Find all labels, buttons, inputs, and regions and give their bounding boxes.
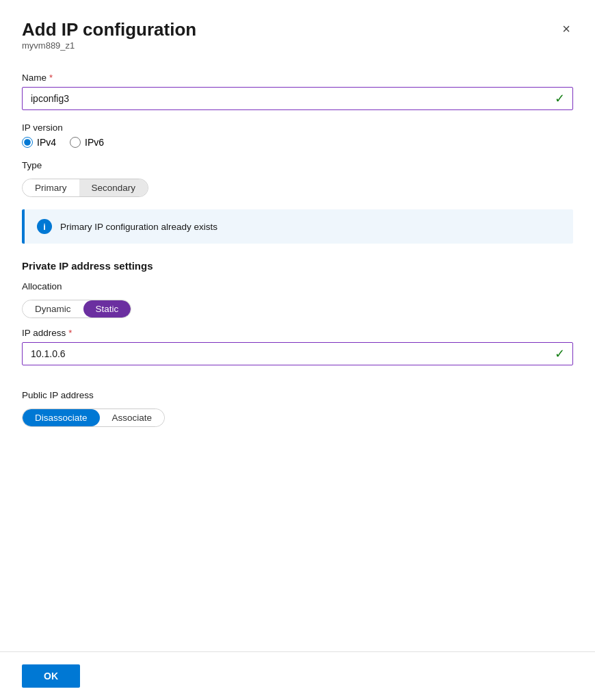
ok-button[interactable]: OK xyxy=(22,664,80,688)
ip-address-input[interactable] xyxy=(22,342,573,365)
title-block: Add IP configuration myvm889_z1 xyxy=(22,19,196,70)
info-icon: i xyxy=(37,219,52,234)
associate-button[interactable]: Associate xyxy=(100,409,165,426)
dialog-header: Add IP configuration myvm889_z1 × xyxy=(22,19,573,70)
primary-type-button[interactable]: Primary xyxy=(23,179,79,196)
info-banner-text: Primary IP configuration already exists xyxy=(60,222,217,232)
ipv6-option[interactable]: IPv6 xyxy=(70,137,104,148)
name-section: Name * ✓ xyxy=(22,73,573,110)
allocation-subsection: Allocation Dynamic Static xyxy=(22,281,573,318)
ipv6-label: IPv6 xyxy=(85,137,104,148)
disassociate-button[interactable]: Disassociate xyxy=(23,409,100,426)
add-ip-config-dialog: Add IP configuration myvm889_z1 × Name *… xyxy=(0,0,595,651)
ip-version-label: IP version xyxy=(22,122,573,133)
type-section: Type Primary Secondary xyxy=(22,160,573,197)
close-button[interactable]: × xyxy=(559,19,573,38)
private-ip-heading: Private IP address settings xyxy=(22,260,573,272)
public-ip-toggle-group: Disassociate Associate xyxy=(22,409,165,427)
name-input-wrapper: ✓ xyxy=(22,87,573,110)
name-check-icon: ✓ xyxy=(555,91,565,106)
ip-address-label: IP address * xyxy=(22,328,573,338)
dialog-title: Add IP configuration xyxy=(22,19,196,40)
public-ip-section: Public IP address Disassociate Associate xyxy=(22,390,573,427)
private-ip-section: Private IP address settings Allocation D… xyxy=(22,260,573,378)
ipv6-radio[interactable] xyxy=(70,137,81,148)
allocation-toggle-group: Dynamic Static xyxy=(22,300,131,318)
ip-address-input-wrapper: ✓ xyxy=(22,342,573,365)
ipv4-option[interactable]: IPv4 xyxy=(22,137,56,148)
ipv4-radio[interactable] xyxy=(22,137,33,148)
dialog-subtitle: myvm889_z1 xyxy=(22,40,196,51)
allocation-label: Allocation xyxy=(22,281,573,291)
ip-address-required-star: * xyxy=(68,328,72,338)
public-ip-label: Public IP address xyxy=(22,390,573,400)
type-label: Type xyxy=(22,160,573,170)
name-label: Name * xyxy=(22,73,573,83)
ip-version-radio-group: IPv4 IPv6 xyxy=(22,137,573,148)
dynamic-button[interactable]: Dynamic xyxy=(23,300,83,317)
name-input[interactable] xyxy=(22,87,573,110)
ip-address-check-icon: ✓ xyxy=(555,346,565,361)
type-toggle-group: Primary Secondary xyxy=(22,179,148,197)
name-required-star: * xyxy=(49,73,53,83)
secondary-type-button[interactable]: Secondary xyxy=(79,179,148,196)
static-button[interactable]: Static xyxy=(83,300,131,317)
ip-version-section: IP version IPv4 IPv6 xyxy=(22,122,573,148)
ipv4-label: IPv4 xyxy=(37,137,56,148)
info-banner: i Primary IP configuration already exist… xyxy=(22,209,573,244)
dialog-footer: OK xyxy=(0,651,595,700)
ip-address-subsection: IP address * ✓ xyxy=(22,328,573,365)
